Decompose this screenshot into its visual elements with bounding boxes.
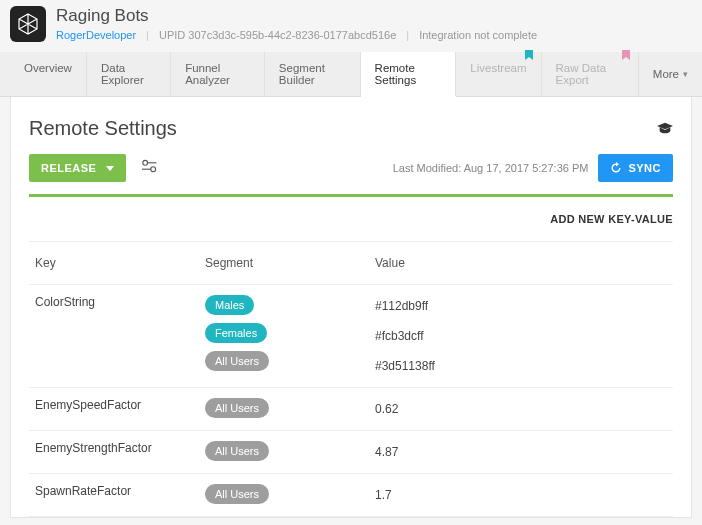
value-text: 1.7 [375, 484, 392, 506]
tab-livestream[interactable]: Livestream [456, 52, 541, 96]
segment-pill[interactable]: All Users [205, 441, 269, 461]
cell-value: 1.7 [375, 484, 667, 506]
upid-label: UPID 307c3d3c-595b-44c2-8236-0177abcd516… [159, 29, 396, 41]
ribbon-icon [525, 50, 533, 60]
cell-key: EnemySpeedFactor [35, 398, 205, 412]
cell-key: ColorString [35, 295, 205, 309]
sync-button[interactable]: SYNC [598, 154, 673, 182]
value-text: 4.87 [375, 441, 398, 463]
release-button[interactable]: RELEASE [29, 154, 126, 182]
table-row[interactable]: EnemySpeedFactorAll Users0.62 [29, 388, 673, 431]
ribbon-icon [622, 50, 630, 60]
value-text: #112db9ff [375, 295, 428, 317]
segment-pill[interactable]: Females [205, 323, 267, 343]
segment-pill[interactable]: All Users [205, 351, 269, 371]
cell-key: EnemyStrengthFactor [35, 441, 205, 455]
cell-segment: All Users [205, 484, 375, 504]
segment-pill[interactable]: All Users [205, 398, 269, 418]
page-title: Remote Settings [29, 117, 177, 140]
segment-pill[interactable]: Males [205, 295, 254, 315]
cell-value: 0.62 [375, 398, 667, 420]
svg-point-2 [151, 167, 156, 172]
col-value: Value [375, 256, 667, 270]
chevron-down-icon: ▾ [683, 69, 688, 79]
cell-segment: All Users [205, 398, 375, 418]
table-row[interactable]: ColorStringMalesFemalesAll Users#112db9f… [29, 285, 673, 388]
tab-data-explorer[interactable]: Data Explorer [87, 52, 171, 96]
table-header: Key Segment Value [29, 242, 673, 285]
cell-value: #112db9ff#fcb3dcff#3d51138ff [375, 295, 667, 377]
chevron-down-icon [106, 166, 114, 171]
tabs: Overview Data Explorer Funnel Analyzer S… [0, 52, 702, 97]
tab-segment-builder[interactable]: Segment Builder [265, 52, 361, 96]
tab-raw-data-export[interactable]: Raw Data Export [542, 52, 639, 96]
col-key: Key [35, 256, 205, 270]
cell-segment: All Users [205, 441, 375, 461]
app-icon [10, 6, 46, 42]
value-text: 0.62 [375, 398, 398, 420]
tab-remote-settings[interactable]: Remote Settings [361, 52, 457, 97]
cell-key: SpawnRateFactor [35, 484, 205, 498]
tab-overview[interactable]: Overview [10, 52, 87, 96]
app-title: Raging Bots [56, 6, 537, 26]
table-row[interactable]: SpawnRateFactorAll Users1.7 [29, 474, 673, 517]
tab-funnel-analyzer[interactable]: Funnel Analyzer [171, 52, 265, 96]
key-settings-icon[interactable] [142, 159, 158, 177]
unity-logo-icon [16, 12, 40, 36]
developer-link[interactable]: RogerDeveloper [56, 29, 136, 41]
value-text: #fcb3dcff [375, 325, 423, 347]
integration-status: Integration not complete [419, 29, 537, 41]
col-segment: Segment [205, 256, 375, 270]
table-row[interactable]: EnemyStrengthFactorAll Users4.87 [29, 431, 673, 474]
tab-more[interactable]: More ▾ [639, 52, 702, 96]
svg-point-0 [143, 160, 148, 165]
value-text: #3d51138ff [375, 355, 435, 377]
sync-icon [610, 162, 622, 174]
segment-pill[interactable]: All Users [205, 484, 269, 504]
add-new-key-value[interactable]: ADD NEW KEY-VALUE [550, 213, 673, 225]
cell-value: 4.87 [375, 441, 667, 463]
cell-segment: MalesFemalesAll Users [205, 295, 375, 371]
graduation-cap-icon[interactable] [657, 120, 673, 138]
last-modified: Last Modified: Aug 17, 2017 5:27:36 PM [393, 162, 589, 174]
